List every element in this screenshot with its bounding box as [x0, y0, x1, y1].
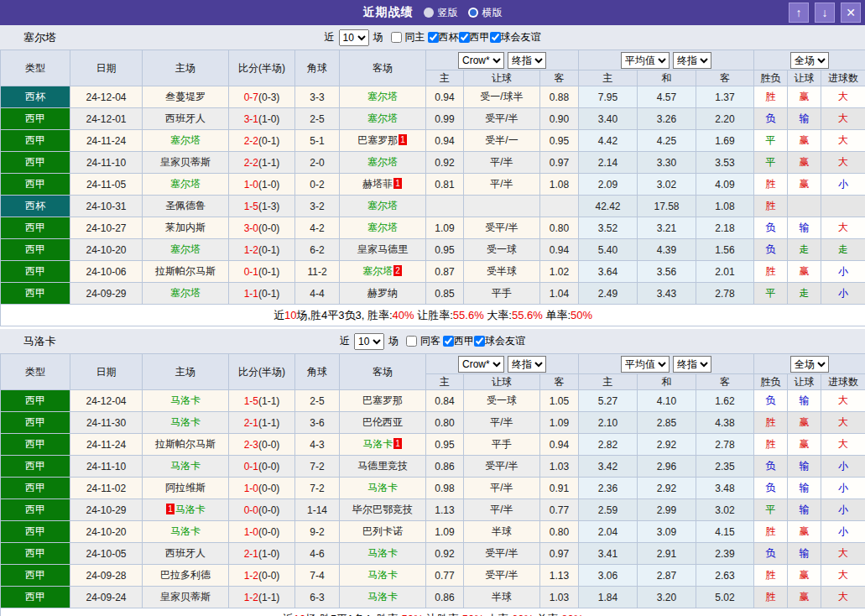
rank-badge: 1: [399, 134, 407, 145]
league-checkbox[interactable]: [490, 32, 501, 43]
match-date: 24-10-31: [70, 196, 143, 217]
score-cell: 1-2(0-0): [229, 565, 295, 587]
average-period-select[interactable]: 终指: [673, 356, 711, 373]
page-title: 近期战绩: [363, 5, 414, 20]
handicap-cell: 受平/半: [464, 565, 540, 587]
match-type-badge: 西甲: [1, 565, 70, 587]
handicap-cell: 半球: [464, 521, 540, 543]
odds-away-cell: 1.03: [540, 587, 579, 608]
subheader-odds-home: 主: [426, 374, 464, 390]
odds-home-cell: 0.84: [426, 390, 464, 412]
header-corners: 角球: [295, 354, 340, 390]
result-wdl-cell: 胜: [754, 565, 788, 587]
avg-home-cell: 2.04: [579, 521, 638, 543]
average-select[interactable]: 平均值: [621, 356, 670, 373]
home-team-cell: 塞尔塔: [143, 239, 229, 261]
handicap-cell: 受平/半: [464, 108, 540, 130]
avg-home-cell: 2.36: [579, 478, 638, 499]
team-label: 马洛卡: [367, 482, 398, 493]
average-select[interactable]: 平均值: [621, 52, 670, 69]
odds-away-cell: 0.90: [540, 108, 579, 130]
corners-cell: 2-5: [295, 108, 340, 130]
score-cell: 2-3(0-0): [229, 434, 295, 456]
home-team-cell: 塞尔塔: [143, 174, 229, 196]
radio-unselected-icon[interactable]: [424, 8, 434, 18]
match-row: 西甲24-11-30马洛卡2-1(1-1)3-6巴伦西亚0.80平/半1.092…: [1, 412, 865, 434]
home-team-cell: 皇家贝蒂斯: [143, 152, 229, 174]
team-label: 马德里竞技: [357, 460, 408, 472]
match-type-badge: 西甲: [1, 499, 70, 521]
match-type-badge: 西甲: [1, 434, 70, 456]
full-time-score: 1-5: [244, 395, 258, 407]
score-cell: 1-5(1-3): [229, 196, 295, 217]
team-label: 圣佩德鲁: [165, 200, 206, 211]
home-team-cell: 1马洛卡: [143, 499, 229, 521]
close-button[interactable]: ✕: [841, 3, 861, 23]
team-label: 马洛卡: [367, 547, 398, 559]
match-date: 24-09-28: [70, 565, 143, 587]
subheader-odds-away: 客: [540, 70, 579, 86]
bookmaker-select[interactable]: Crow*: [458, 52, 504, 69]
league-filter[interactable]: 西甲: [443, 334, 474, 348]
score-cell: 0-1(0-1): [229, 261, 295, 283]
filters: 近 10 场 同客 西甲球会友谊: [340, 333, 525, 350]
match-type-badge: 西甲: [1, 261, 70, 283]
league-filter[interactable]: 西杯: [428, 30, 459, 44]
odds-away-cell: 0.95: [540, 130, 579, 152]
move-up-button[interactable]: ↑: [789, 3, 809, 23]
scope-select[interactable]: 全场: [790, 52, 829, 69]
bookmaker-period-select[interactable]: 终指: [508, 52, 546, 69]
match-type-badge: 西杯: [1, 196, 70, 217]
corners-cell: 0-2: [295, 174, 340, 196]
avg-away-cell: 2.78: [696, 434, 754, 456]
same-venue-checkbox[interactable]: [391, 32, 402, 43]
match-type-badge: 西甲: [1, 543, 70, 565]
avg-away-cell: 1.56: [696, 239, 754, 261]
avg-draw-cell: 2.91: [638, 543, 696, 565]
match-type-badge: 西甲: [1, 239, 70, 261]
recent-count-select[interactable]: 10: [339, 29, 369, 46]
league-checkbox[interactable]: [428, 32, 439, 43]
league-filter[interactable]: 球会友谊: [474, 334, 525, 348]
average-period-select[interactable]: 终指: [673, 52, 711, 69]
landscape-radio-option[interactable]: 横版: [468, 6, 503, 20]
avg-draw-cell: 4.25: [638, 130, 696, 152]
team-label: 阿拉维斯: [165, 482, 206, 493]
portrait-radio-option[interactable]: 竖版: [424, 6, 458, 20]
team-label: 塞尔塔: [170, 243, 201, 255]
odds-away-cell: 0.97: [540, 543, 579, 565]
avg-away-cell: 1.37: [696, 86, 754, 108]
match-date: 24-11-05: [70, 174, 143, 196]
avg-away-cell: 3.53: [696, 152, 754, 174]
header-away: 客场: [340, 50, 426, 86]
league-checkbox[interactable]: [474, 336, 485, 347]
full-time-score: 1-0: [244, 483, 258, 494]
team-label: 巴塞罗那: [362, 394, 403, 406]
same-venue-checkbox[interactable]: [406, 336, 417, 347]
recent-count-select[interactable]: 10: [354, 333, 384, 350]
result-wdl-cell: 负: [754, 390, 788, 412]
odds-away-cell: [540, 196, 579, 217]
half-time-score: (0-1): [258, 244, 279, 256]
league-checkbox[interactable]: [459, 32, 470, 43]
result-goals-cell: 大: [821, 434, 865, 456]
scope-select[interactable]: 全场: [790, 356, 829, 373]
filter-row: 马洛卡 近 10 场 同客 西甲球会友谊: [0, 329, 865, 353]
bookmaker-period-select[interactable]: 终指: [508, 356, 546, 373]
league-checkbox[interactable]: [443, 336, 454, 347]
radio-selected-icon[interactable]: [468, 8, 478, 18]
move-down-button[interactable]: ↓: [815, 3, 835, 23]
match-date: 24-11-24: [70, 434, 143, 456]
league-filter[interactable]: 西甲: [459, 30, 490, 44]
rank-badge: 1: [166, 504, 175, 514]
odds-home-cell: 0.85: [426, 283, 464, 305]
bookmaker-select[interactable]: Crow*: [458, 356, 504, 373]
corners-cell: 11-2: [295, 261, 340, 283]
handicap-cell: 平/半: [464, 499, 540, 521]
match-row: 西甲24-11-02阿拉维斯1-0(0-0)7-2马洛卡0.98平/半0.912…: [1, 478, 865, 499]
league-filter[interactable]: 球会友谊: [490, 30, 541, 44]
result-wdl-cell: 平: [754, 130, 788, 152]
avg-away-cell: 3.48: [696, 478, 754, 499]
team-label: 拉斯帕尔马斯: [155, 265, 216, 277]
result-handicap-cell: 赢: [788, 565, 821, 587]
